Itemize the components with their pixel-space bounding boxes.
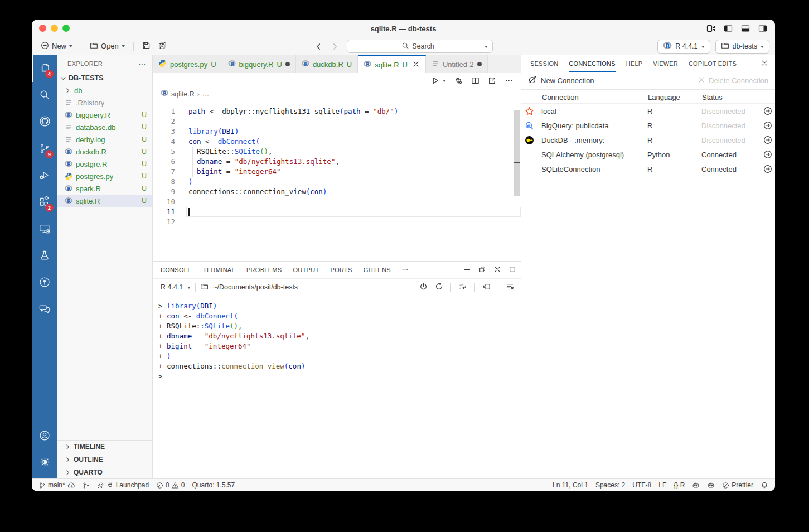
tree-item--rhistory[interactable]: .Rhistory (57, 96, 152, 109)
quarto-status[interactable]: Quarto: 1.5.57 (192, 481, 235, 489)
launchpad-button[interactable]: Launchpad (97, 481, 149, 489)
connect-arrow-icon[interactable] (759, 107, 775, 115)
customize-layout-icon[interactable] (706, 24, 715, 33)
activity-extensions[interactable]: 2 (32, 189, 57, 216)
run-button[interactable] (431, 76, 439, 85)
split-editor-icon[interactable] (471, 76, 479, 85)
activity-explorer[interactable]: 4 (32, 55, 57, 82)
tab-postgres-py[interactable]: postgres.pyU (153, 55, 222, 73)
tree-item-postgres-py[interactable]: postgres.pyU (57, 170, 152, 182)
console-runtime-label[interactable]: R 4.4.1 (161, 283, 183, 291)
secondary-tab-copilot-edits[interactable]: COPILOT EDITS (689, 55, 737, 72)
connection-row[interactable]: SQLAlchemy (postgresql)PythonConnected (521, 147, 775, 162)
panel-tab-problems[interactable]: PROBLEMS (246, 262, 282, 278)
column-language[interactable]: Language (643, 90, 697, 104)
close-secondary-panel-icon[interactable] (760, 59, 768, 69)
panel-tab-terminal[interactable]: TERMINAL (203, 262, 235, 278)
console-output[interactable]: > library(DBI)+ con <- dbConnect(+ RSQLi… (153, 296, 521, 478)
panel-tab-output[interactable]: OUTPUT (293, 262, 319, 278)
formatter-status[interactable]: Prettier (722, 481, 753, 489)
accounts-button[interactable] (32, 423, 57, 449)
connect-arrow-icon[interactable] (759, 150, 775, 159)
new-button[interactable]: New (38, 40, 75, 53)
workspace-root-item[interactable]: DB-TESTS (57, 72, 152, 84)
encoding-status[interactable]: UTF-8 (632, 481, 651, 489)
more-actions-icon[interactable] (505, 76, 513, 85)
column-connection[interactable]: Connection (537, 90, 643, 104)
tree-item-db[interactable]: db (57, 84, 152, 96)
breadcrumb-file[interactable]: sqlite.R (171, 90, 195, 98)
toggle-secondary-sidebar-icon[interactable] (758, 24, 767, 33)
eol-status[interactable]: LF (658, 481, 666, 489)
interpreter-selector[interactable]: R R 4.4.1 (657, 40, 710, 54)
toggle-sidebar-icon[interactable] (724, 24, 733, 33)
section-outline[interactable]: OUTLINE (57, 453, 152, 466)
tree-item-sqlite-r[interactable]: Rsqlite.RU (57, 195, 152, 207)
save-all-button[interactable] (156, 40, 169, 53)
column-status[interactable]: Status (697, 90, 759, 104)
git-branch-status[interactable]: main* (38, 481, 75, 489)
activity-github[interactable] (32, 109, 57, 136)
open-button[interactable]: Open (88, 40, 127, 53)
problems-status[interactable]: 0 0 (156, 481, 185, 489)
connection-row[interactable]: localRDisconnected (521, 104, 775, 118)
copilot-button[interactable] (692, 481, 700, 489)
language-mode-status[interactable]: {} R (674, 481, 685, 489)
activity-source-control[interactable]: 9 (32, 136, 57, 162)
activity-remote-explorer[interactable] (32, 216, 57, 243)
tab-sqlite-r[interactable]: Rsqlite.RU (358, 55, 426, 73)
delete-connection-button[interactable]: Delete Connection (697, 76, 768, 85)
shutdown-console-icon[interactable] (419, 282, 428, 292)
toggle-panel-icon[interactable] (741, 24, 750, 33)
tree-item-bigquery-r[interactable]: Rbigquery.RU (57, 109, 152, 121)
minimize-panel-icon[interactable] (463, 265, 471, 275)
word-wrap-icon[interactable]: abc (458, 282, 467, 293)
clear-console-icon[interactable] (506, 282, 514, 292)
source-file-icon[interactable] (454, 76, 463, 85)
activity-testing[interactable] (32, 243, 57, 269)
tab-duckdb-r[interactable]: Rduckdb.RU (296, 55, 358, 73)
connection-row[interactable]: BigQuery: publicdataRDisconnected (521, 118, 775, 133)
copilot-chat-button[interactable] (707, 481, 715, 489)
workspace-selector[interactable]: db-tests (715, 40, 769, 54)
activity-publish[interactable] (32, 269, 57, 296)
open-in-window-icon[interactable] (488, 76, 496, 85)
tree-item-spark-r[interactable]: Rspark.RU (57, 182, 152, 195)
tree-item-postgre-r[interactable]: Rpostgre.RU (57, 158, 152, 170)
tab-bigquery-r[interactable]: Rbigquery.RU (222, 55, 296, 73)
indentation-status[interactable]: Spaces: 2 (595, 481, 625, 489)
connect-arrow-icon[interactable] (759, 136, 775, 144)
cursor-position-status[interactable]: Ln 11, Col 1 (553, 481, 588, 489)
tab-untitled-2[interactable]: Untitled-2 (426, 55, 488, 73)
maximize-panel-icon[interactable] (508, 265, 516, 275)
restart-console-icon[interactable] (435, 282, 443, 292)
navigate-forward-button[interactable] (331, 42, 339, 51)
activity-chat[interactable] (32, 296, 57, 323)
panel-tab-ports[interactable]: PORTS (331, 262, 352, 278)
connection-row[interactable]: SQLiteConnectionRConnected (521, 162, 775, 176)
explorer-more-button[interactable]: ⋯ (138, 59, 147, 68)
activity-run-debug[interactable] (32, 162, 57, 189)
panel-tab-console[interactable]: CONSOLE (161, 262, 192, 278)
new-connection-button[interactable]: New Connection (541, 76, 594, 85)
settings-button[interactable] (32, 449, 57, 476)
save-button[interactable] (140, 40, 153, 53)
breadcrumb-more[interactable]: … (202, 90, 210, 98)
notifications-button[interactable] (760, 481, 768, 489)
tree-item-derby-log[interactable]: derby.logU (57, 133, 152, 146)
search-input[interactable]: Search (347, 40, 493, 53)
restore-panel-icon[interactable] (478, 265, 486, 275)
tree-item-database-db[interactable]: database.dbU (57, 121, 152, 133)
secondary-tab-help[interactable]: HELP (626, 55, 643, 72)
close-panel-icon[interactable] (493, 265, 501, 275)
secondary-tab-viewer[interactable]: VIEWER (653, 55, 678, 72)
close-tab-icon[interactable] (412, 60, 420, 70)
move-console-icon[interactable] (482, 282, 491, 292)
code-editor[interactable]: 1path <- dbplyr::nycflights131_sqlite(pa… (153, 100, 521, 261)
section-quarto[interactable]: QUARTO (57, 466, 152, 478)
connect-arrow-icon[interactable] (759, 165, 775, 173)
connection-row[interactable]: DuckDB - :memory:RDisconnected (521, 133, 775, 147)
secondary-tab-connections[interactable]: CONNECTIONS (569, 55, 615, 72)
tree-item-duckdb-r[interactable]: Rduckdb.RU (57, 146, 152, 158)
secondary-tab-session[interactable]: SESSION (530, 55, 558, 72)
